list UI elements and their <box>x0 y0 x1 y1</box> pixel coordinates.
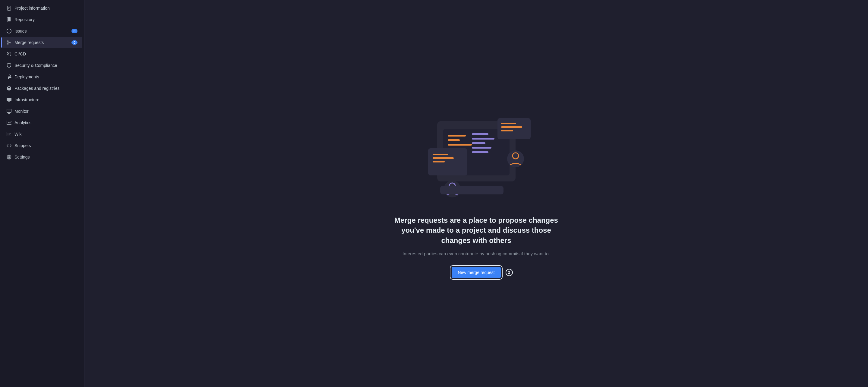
sidebar-item-label: Settings <box>14 155 78 159</box>
repo-icon <box>7 17 11 22</box>
sidebar-item-badge: 0 <box>71 40 78 44</box>
svg-rect-9 <box>472 147 491 149</box>
sidebar-item-label: Merge requests <box>14 40 68 45</box>
sidebar-item-label: Snippets <box>14 143 78 148</box>
sidebar-item-label: Monitor <box>14 109 78 114</box>
new-merge-request-button[interactable]: New merge request <box>452 267 500 278</box>
svg-rect-20 <box>433 161 445 162</box>
svg-rect-10 <box>472 151 489 153</box>
svg-rect-4 <box>448 144 472 146</box>
annotation-2: 2 <box>506 269 513 276</box>
sidebar-item-settings[interactable]: Settings <box>2 152 82 162</box>
sidebar-item-label: Packages and registries <box>14 86 78 91</box>
main-content: Merge requests are a place to propose ch… <box>85 0 868 387</box>
sidebar-item-project-information[interactable]: Project information <box>2 3 82 13</box>
sidebar-item-label: Issues <box>14 29 68 33</box>
sidebar-item-label: Deployments <box>14 74 78 79</box>
sidebar-item-label: Infrastructure <box>14 97 78 102</box>
sidebar-item-deployments[interactable]: Deployments <box>2 71 82 82</box>
empty-description: Interested parties can even contribute b… <box>402 250 550 257</box>
sidebar-item-label: CI/CD <box>14 52 78 56</box>
wiki-icon <box>7 132 11 136</box>
shield-icon <box>7 63 11 68</box>
sidebar-item-packages-registries[interactable]: Packages and registries <box>2 83 82 94</box>
sidebar-item-infrastructure[interactable]: Infrastructure <box>2 94 82 105</box>
sidebar-item-monitor[interactable]: Monitor <box>2 106 82 117</box>
svg-rect-11 <box>497 118 531 139</box>
package-icon <box>7 86 11 91</box>
svg-rect-3 <box>448 139 460 141</box>
cicd-icon <box>7 52 11 56</box>
sidebar-item-label: Wiki <box>14 132 78 136</box>
settings-icon <box>7 155 11 159</box>
svg-rect-2 <box>448 135 466 136</box>
svg-rect-14 <box>501 130 513 131</box>
issue-icon <box>7 29 11 33</box>
svg-rect-23 <box>440 186 503 194</box>
empty-state: Merge requests are a place to propose ch… <box>386 97 567 290</box>
merge-request-illustration <box>413 109 540 205</box>
sidebar-item-analytics[interactable]: Analytics <box>2 117 82 128</box>
svg-rect-12 <box>501 123 516 124</box>
svg-rect-13 <box>501 126 522 128</box>
monitor-icon <box>7 109 11 114</box>
sidebar-item-cicd[interactable]: CI/CD <box>2 49 82 59</box>
snippets-icon <box>7 143 11 148</box>
sidebar-item-issues[interactable]: Issues0 <box>2 26 82 36</box>
analytics-icon <box>7 120 11 125</box>
sidebar-item-security-compliance[interactable]: Security & Compliance <box>2 60 82 71</box>
sidebar-item-label: Security & Compliance <box>14 63 78 68</box>
svg-rect-6 <box>472 133 489 135</box>
sidebar-item-merge-requests[interactable]: Merge requests0 <box>1 37 82 48</box>
sidebar-item-label: Project information <box>14 6 78 10</box>
doc-icon <box>7 6 11 10</box>
infra-icon <box>7 97 11 102</box>
sidebar-item-repository[interactable]: Repository <box>2 14 82 25</box>
sidebar-item-snippets[interactable]: Snippets <box>2 140 82 151</box>
svg-rect-8 <box>472 142 486 144</box>
svg-rect-7 <box>472 138 494 139</box>
sidebar: Project informationRepositoryIssues0Merg… <box>0 0 85 387</box>
deploy-icon <box>7 74 11 79</box>
cta-wrapper: New merge request 2 <box>452 267 500 278</box>
merge-icon <box>7 40 11 45</box>
sidebar-item-label: Repository <box>14 17 78 22</box>
svg-rect-18 <box>433 154 448 155</box>
sidebar-item-badge: 0 <box>71 29 78 33</box>
sidebar-item-wiki[interactable]: Wiki <box>2 129 82 139</box>
sidebar-item-label: Analytics <box>14 120 78 125</box>
svg-rect-19 <box>433 157 454 159</box>
empty-heading: Merge requests are a place to propose ch… <box>392 215 561 246</box>
